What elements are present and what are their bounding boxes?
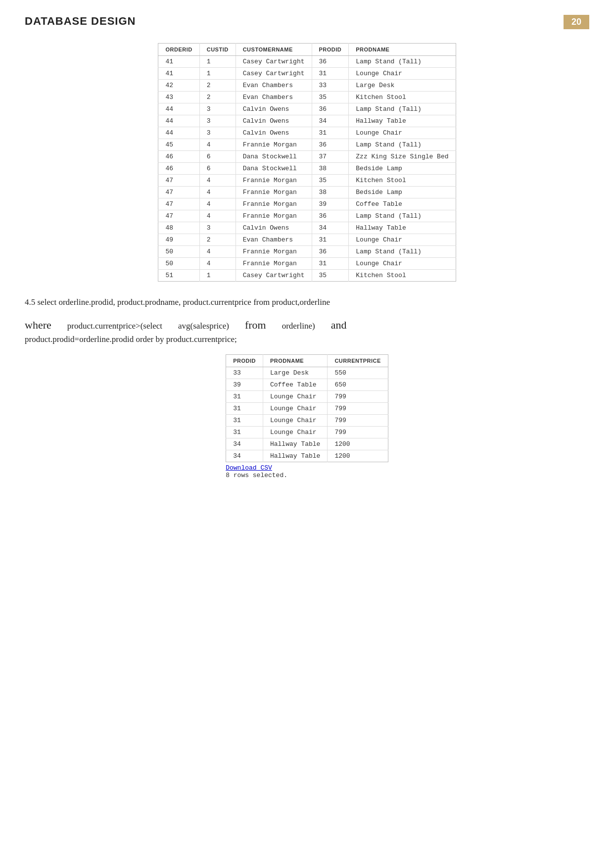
col-header-currentprice: CURRENTPRICE — [328, 354, 388, 367]
table-row: 474Frannie Morgan38Bedside Lamp — [158, 187, 456, 198]
table-row: 31Lounge Chair799 — [226, 390, 388, 402]
table-row: 432Evan Chambers35Kitchen Stool — [158, 92, 456, 103]
table-row: 492Evan Chambers31Lounge Chair — [158, 234, 456, 246]
table-row: 31Lounge Chair799 — [226, 426, 388, 438]
col-header-prodid: PRODID — [312, 44, 349, 56]
page-number-badge: 20 — [564, 15, 589, 29]
table-row: 474Frannie Morgan39Coffee Table — [158, 198, 456, 210]
bottom-table: PRODIDPRODNAMECURRENTPRICE 33Large Desk5… — [226, 354, 388, 462]
top-table-wrapper: ORDERIDCUSTIDCUSTOMERNAMEPRODIDPRODNAME … — [25, 43, 589, 282]
col-header-prodname: PRODNAME — [263, 354, 327, 367]
table-row: 504Frannie Morgan36Lamp Stand (Tall) — [158, 246, 456, 258]
table-row: 466Dana Stockwell37Zzz King Size Single … — [158, 151, 456, 163]
continuation-line: product.prodid=orderline.prodid order by… — [25, 335, 589, 344]
where-block: where product.currentprice>(select avg(s… — [25, 319, 589, 344]
page-header: DATABASE DESIGN 20 — [25, 15, 589, 29]
col-header-orderid: ORDERID — [158, 44, 199, 56]
table-row: 443Calvin Owens31Lounge Chair — [158, 127, 456, 139]
rows-selected-label: 8 rows selected. — [226, 472, 388, 479]
table-row: 474Frannie Morgan36Lamp Stand (Tall) — [158, 210, 456, 222]
and-word: and — [331, 319, 347, 332]
avg-part: avg(salesprice) — [178, 321, 229, 331]
col-header-customername: CUSTOMERNAME — [236, 44, 312, 56]
table-row: 411Casey Cartwright36Lamp Stand (Tall) — [158, 56, 456, 68]
bottom-table-container: PRODIDPRODNAMECURRENTPRICE 33Large Desk5… — [226, 354, 388, 479]
table-row: 443Calvin Owens36Lamp Stand (Tall) — [158, 103, 456, 115]
result-meta: Download CSV 8 rows selected. — [226, 464, 388, 479]
from-word: from — [245, 319, 266, 332]
top-table: ORDERIDCUSTIDCUSTOMERNAMEPRODIDPRODNAME … — [158, 43, 456, 282]
where-line: where product.currentprice>(select avg(s… — [25, 319, 589, 332]
bottom-table-wrapper: PRODIDPRODNAMECURRENTPRICE 33Large Desk5… — [25, 354, 589, 479]
table-row: 411Casey Cartwright31Lounge Chair — [158, 68, 456, 80]
table-row: 483Calvin Owens34Hallway Table — [158, 222, 456, 234]
from-table: orderline) — [282, 321, 315, 331]
col-header-prodid: PRODID — [226, 354, 263, 367]
table-row: 39Coffee Table650 — [226, 379, 388, 390]
col-header-custid: CUSTID — [199, 44, 236, 56]
table-row: 504Frannie Morgan31Lounge Chair — [158, 258, 456, 270]
col-header-prodname: PRODNAME — [349, 44, 456, 56]
query-label: 4.5 select orderline.prodid, product.pro… — [25, 295, 589, 310]
table-row: 466Dana Stockwell38Bedside Lamp — [158, 163, 456, 175]
where-word: where — [25, 319, 51, 332]
table-row: 34Hallway Table1200 — [226, 438, 388, 450]
page-title: DATABASE DESIGN — [25, 15, 136, 28]
table-row: 31Lounge Chair799 — [226, 414, 388, 426]
table-row: 31Lounge Chair799 — [226, 402, 388, 414]
table-row: 422Evan Chambers33Large Desk — [158, 80, 456, 92]
table-row: 33Large Desk550 — [226, 367, 388, 379]
table-row: 34Hallway Table1200 — [226, 450, 388, 462]
table-row: 474Frannie Morgan35Kitchen Stool — [158, 175, 456, 187]
download-csv-link[interactable]: Download CSV — [226, 464, 388, 472]
where-condition: product.currentprice>(select — [67, 321, 162, 331]
query-section: 4.5 select orderline.prodid, product.pro… — [25, 295, 589, 310]
table-row: 443Calvin Owens34Hallway Table — [158, 115, 456, 127]
table-row: 511Casey Cartwright35Kitchen Stool — [158, 270, 456, 282]
table-row: 454Frannie Morgan36Lamp Stand (Tall) — [158, 139, 456, 151]
